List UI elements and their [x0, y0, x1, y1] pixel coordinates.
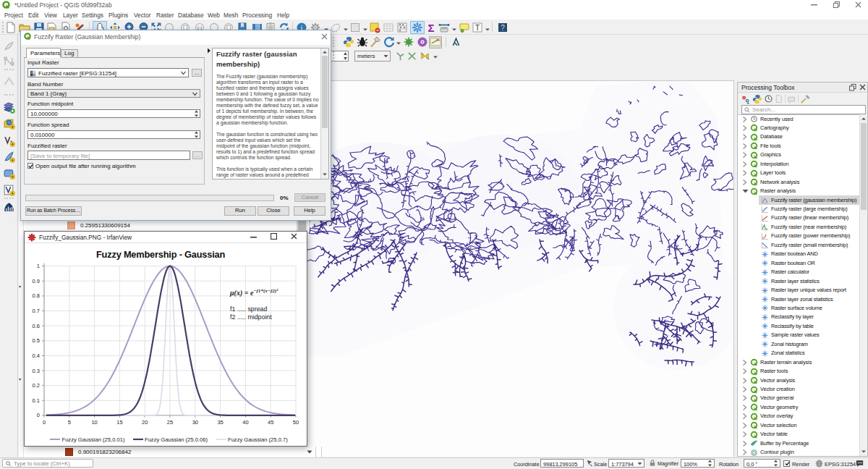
- svg-text:0.7: 0.7: [33, 308, 40, 314]
- svg-text:5: 5: [68, 419, 71, 426]
- svg-text:30: 30: [192, 419, 198, 426]
- svg-text:0: 0: [37, 412, 40, 418]
- svg-text:0.3: 0.3: [33, 368, 40, 374]
- svg-text:Fuzzy Gaussian (25,0.01): Fuzzy Gaussian (25,0.01): [62, 436, 125, 443]
- svg-text:0.2: 0.2: [33, 382, 40, 389]
- svg-text:0.5: 0.5: [33, 337, 40, 344]
- svg-text:Fuzzy Gaussian (25,0.06): Fuzzy Gaussian (25,0.06): [145, 436, 208, 443]
- svg-text:40: 40: [242, 419, 248, 426]
- svg-text:Fuzzy Gaussian (25,0.7): Fuzzy Gaussian (25,0.7): [228, 436, 288, 443]
- svg-text:35: 35: [217, 419, 223, 426]
- svg-text:0.9: 0.9: [33, 278, 40, 284]
- svg-text:Σ: Σ: [427, 22, 434, 33]
- svg-text:50: 50: [293, 419, 299, 426]
- svg-text:0.8: 0.8: [33, 292, 40, 299]
- svg-text:?: ?: [501, 24, 505, 32]
- svg-text:10: 10: [91, 419, 97, 426]
- svg-text:0.1: 0.1: [33, 397, 40, 404]
- svg-text:T: T: [475, 24, 480, 32]
- svg-text:25: 25: [167, 419, 173, 426]
- svg-text:0.6: 0.6: [33, 323, 40, 329]
- svg-text:0: 0: [43, 419, 46, 426]
- svg-text:0.4: 0.4: [33, 352, 40, 359]
- svg-text:20: 20: [142, 419, 148, 426]
- svg-text:1: 1: [37, 263, 40, 269]
- svg-text:15: 15: [116, 419, 122, 426]
- svg-text:45: 45: [268, 419, 273, 426]
